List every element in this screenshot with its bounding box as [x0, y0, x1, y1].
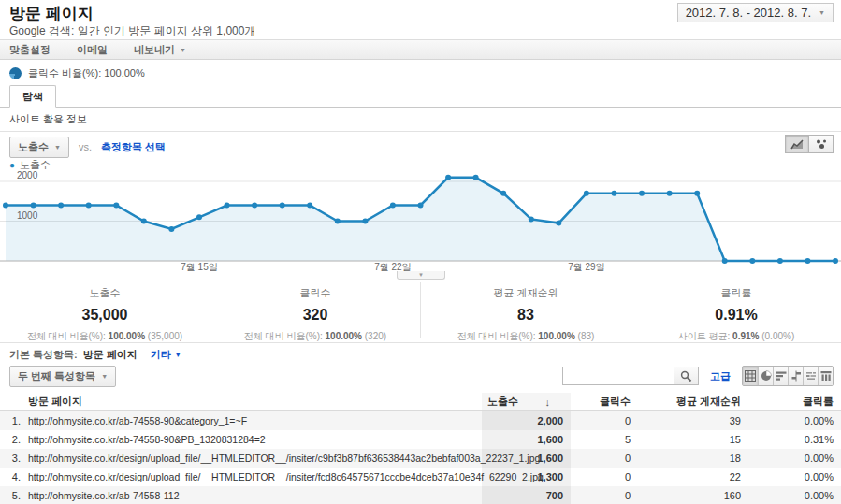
table-controls-row: 두 번째 특성항목 ▼ 고급	[0, 366, 841, 388]
analytics-report-page: 방문 페이지 Google 검색: 일간 인기 방문 페이지 상위 1,000개…	[0, 0, 841, 504]
page-title: 방문 페이지	[9, 3, 94, 24]
svg-text:2000: 2000	[17, 171, 38, 180]
legend-dot-icon: ●	[9, 161, 15, 170]
select-metric-link[interactable]: 측정항목 선택	[101, 140, 166, 154]
impressions-value: 2,000	[482, 411, 571, 430]
column-header-ctr[interactable]: 클릭률	[748, 393, 841, 410]
chart-type-toggle-group	[785, 135, 834, 153]
stat-ctr: 클릭률 0.91% 사이트 평균: 0.91% (0.00%)	[631, 282, 841, 338]
report-toolbar: 맞춤설정 이메일 내보내기 ▼	[0, 39, 841, 60]
clicks-value: 0	[571, 449, 638, 468]
landing-pages-table: 방문 페이지 노출수 ↓ 클릭수 평균 게재순위 클릭률 1. http://o…	[0, 393, 841, 504]
avg-position-value: 18	[638, 449, 748, 468]
column-header-page[interactable]: 방문 페이지	[0, 393, 482, 410]
sort-desc-icon: ↓	[545, 396, 551, 408]
subtab-site-usage[interactable]: 사이트 활용 정보	[9, 112, 87, 126]
date-range-text: 2012. 7. 8. - 2012. 8. 7.	[686, 6, 811, 20]
svg-text:7월 15일: 7월 15일	[181, 262, 217, 272]
table-view-button[interactable]	[743, 367, 758, 385]
chart-controls: 노출수 ▼ vs. 측정항목 선택	[9, 137, 166, 157]
bar-chart-icon	[776, 370, 787, 382]
report-tabs: 탐색	[0, 87, 841, 108]
page-url-link[interactable]: http://ohmysite.co.kr/ab-74558-112	[28, 490, 179, 501]
line-chart-icon	[790, 138, 805, 150]
clicks-ratio-pie-icon	[9, 67, 22, 79]
stat-clicks: 클릭수 320 전체 대비 비율(%): 100.00% (320)	[210, 282, 420, 338]
secondary-dimension-button[interactable]: 두 번째 특성항목 ▼	[9, 366, 116, 387]
ctr-value: 0.00%	[748, 411, 841, 430]
column-header-impressions[interactable]: 노출수 ↓	[482, 393, 571, 410]
impressions-value: 1,600	[482, 430, 571, 449]
avg-position-value: 15	[638, 430, 748, 449]
ctr-value: 0.00%	[748, 468, 841, 486]
avg-position-value: 22	[638, 468, 748, 486]
motion-chart-icon	[815, 138, 828, 150]
comparison-icon	[790, 370, 802, 382]
motion-chart-toggle-button[interactable]	[809, 135, 834, 153]
svg-text:1000: 1000	[17, 210, 38, 221]
avg-position-value: 39	[638, 411, 748, 430]
term-cloud-view-button[interactable]	[803, 367, 818, 385]
impressions-chart-svg: 100020007월 15일7월 22일7월 29일	[0, 171, 841, 272]
performance-view-button[interactable]	[773, 367, 788, 385]
advanced-search-link[interactable]: 고급	[710, 369, 731, 383]
table-row: 5. http://ohmysite.co.kr/ab-74558-112 70…	[0, 486, 841, 504]
percentage-view-button[interactable]	[758, 367, 773, 385]
ctr-value: 0.31%	[748, 430, 841, 449]
export-button[interactable]: 내보내기 ▼	[134, 43, 186, 57]
comparison-view-button[interactable]	[788, 367, 803, 385]
column-header-avg-position[interactable]: 평균 게재순위	[638, 393, 748, 410]
page-url-link[interactable]: http://ohmysite.co.kr/ab-74558-90&PB_132…	[28, 434, 266, 445]
row-index: 1.	[0, 411, 28, 430]
term-cloud-icon	[805, 370, 817, 382]
page-url-link[interactable]: http://ohmysite.co.kr/design/upload_file…	[28, 453, 540, 464]
row-index: 2.	[0, 430, 28, 449]
primary-dimension-label: 기본 특성항목:	[9, 348, 78, 362]
tab-explorer[interactable]: 탐색	[9, 85, 56, 108]
row-index: 5.	[0, 486, 28, 504]
chart-legend: ● 노출수	[9, 158, 51, 172]
stat-impressions: 노출수 35,000 전체 대비 비율(%): 100.00% (35,000)	[0, 282, 210, 338]
table-body: 1. http://ohmysite.co.kr/ab-74558-90&cat…	[0, 411, 841, 504]
row-index: 4.	[0, 468, 28, 486]
table-row: 1. http://ohmysite.co.kr/ab-74558-90&cat…	[0, 411, 841, 430]
summary-stats-row: 노출수 35,000 전체 대비 비율(%): 100.00% (35,000)…	[0, 282, 841, 338]
date-range-selector[interactable]: 2012. 7. 8. - 2012. 8. 7. ▼	[677, 3, 834, 22]
metric-dropdown[interactable]: 노출수 ▼	[9, 137, 69, 158]
clicks-value: 0	[571, 486, 638, 504]
table-search-input[interactable]	[562, 367, 674, 385]
other-dimensions-link[interactable]: 기타 ▼	[151, 348, 181, 362]
email-button[interactable]: 이메일	[77, 43, 108, 57]
line-chart-toggle-button[interactable]	[785, 135, 809, 153]
clicks-value: 0	[571, 411, 638, 430]
column-header-clicks[interactable]: 클릭수	[571, 393, 638, 410]
page-url-link[interactable]: http://ohmysite.co.kr/design/upload_file…	[28, 471, 544, 482]
segment-label: 클릭수 비율(%): 100.00%	[28, 66, 145, 80]
chart-collapse-handle[interactable]: ▼	[397, 271, 445, 280]
chevron-down-icon: ▼	[54, 144, 61, 151]
view-toggle-group	[742, 366, 834, 386]
primary-dimension-bar: 기본 특성항목: 방문 페이지 기타 ▼	[9, 348, 181, 362]
chevron-down-icon: ▼	[175, 352, 181, 358]
impressions-value: 700	[482, 486, 571, 504]
customize-button[interactable]: 맞춤설정	[9, 43, 51, 57]
table-view-icon	[745, 370, 756, 382]
pie-chart-icon	[761, 370, 772, 382]
search-icon	[680, 370, 692, 382]
pivot-icon	[820, 370, 832, 382]
ctr-value: 0.00%	[748, 486, 841, 504]
stat-avg-position: 평균 게재순위 83 전체 대비 비율(%): 100.00% (83)	[420, 282, 631, 338]
segment-chip[interactable]: 클릭수 비율(%): 100.00%	[9, 64, 145, 82]
clicks-value: 0	[571, 468, 638, 486]
svg-text:7월 22일: 7월 22일	[374, 262, 411, 272]
chevron-down-icon: ▼	[819, 9, 825, 16]
table-row: 4. http://ohmysite.co.kr/design/upload_f…	[0, 468, 841, 486]
primary-dimension-value[interactable]: 방문 페이지	[83, 348, 138, 362]
page-url-link[interactable]: http://ohmysite.co.kr/ab-74558-90&catego…	[28, 415, 247, 426]
avg-position-value: 160	[638, 486, 748, 504]
chevron-down-icon: ▼	[180, 47, 186, 53]
clicks-value: 5	[571, 430, 638, 449]
report-subtitle: Google 검색: 일간 인기 방문 페이지 상위 1,000개	[9, 23, 255, 39]
search-button[interactable]	[674, 367, 699, 385]
pivot-view-button[interactable]	[818, 367, 833, 385]
